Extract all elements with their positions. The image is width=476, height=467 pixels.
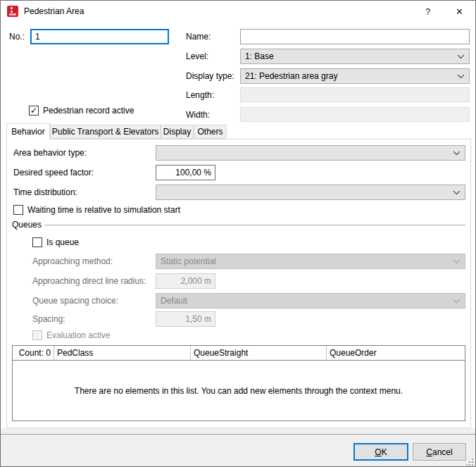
tab-public-transport-elevators[interactable]: Public Transport & Elevators <box>50 125 161 139</box>
pedestrian-record-active-label: Pedestrian record active <box>43 106 134 116</box>
queues-table: Count: 0 PedClass QueueStraight QueueOrd… <box>12 345 465 421</box>
width-input <box>240 107 470 122</box>
level-select[interactable]: 1: Base <box>240 49 470 64</box>
display-type-label: Display type: <box>186 68 234 84</box>
chevron-down-icon <box>457 54 465 59</box>
level-label: Level: <box>186 49 208 64</box>
button-bar: OK Cancel <box>1 428 475 467</box>
count-header-cell[interactable]: Count: 0 <box>13 346 54 360</box>
waiting-time-relative-label: Waiting time is relative to simulation s… <box>27 205 180 215</box>
name-label: Name: <box>186 29 211 44</box>
column-header-queuestraight[interactable]: QueueStraight <box>191 346 327 360</box>
window-title: Pedestrian Area <box>24 6 84 16</box>
help-button[interactable]: ? <box>412 1 444 22</box>
no-label: No.: <box>9 29 25 44</box>
cancel-button[interactable]: Cancel <box>413 443 466 461</box>
empty-list-message: There are no elements in this list. You … <box>75 386 403 396</box>
waiting-time-relative-checkbox[interactable]: Waiting time is relative to simulation s… <box>13 204 180 216</box>
tab-behavior[interactable]: Behavior <box>6 123 50 139</box>
time-distribution-select[interactable] <box>156 185 465 200</box>
pedestrian-area-dialog: Pedestrian Area ? ✕ No.: 1 Name: Level: … <box>0 0 476 467</box>
level-value: 1: Base <box>245 51 274 61</box>
close-button[interactable]: ✕ <box>444 1 475 22</box>
column-header-queueorder[interactable]: QueueOrder <box>327 346 465 360</box>
chevron-down-icon <box>453 190 461 195</box>
resize-grip[interactable] <box>466 459 473 466</box>
display-type-select[interactable]: 21: Pedestrian area gray <box>240 68 470 84</box>
is-queue-checkbox[interactable]: Is queue <box>32 237 79 248</box>
title-bar: Pedestrian Area ? ✕ <box>1 1 475 22</box>
chevron-down-icon <box>453 151 461 156</box>
checkbox-unchecked-icon <box>32 237 42 247</box>
area-behavior-type-select[interactable] <box>156 145 465 161</box>
chevron-down-icon <box>457 74 465 79</box>
display-type-value: 21: Pedestrian area gray <box>245 71 337 81</box>
no-input[interactable]: 1 <box>30 29 169 44</box>
queues-table-header: Count: 0 PedClass QueueStraight QueueOrd… <box>13 346 465 361</box>
length-label: Length: <box>186 87 214 103</box>
queues-table-body[interactable]: There are no elements in this list. You … <box>13 361 465 421</box>
footer-divider <box>1 434 475 435</box>
length-input <box>240 87 470 102</box>
checkbox-checked-icon: ✓ <box>29 106 39 116</box>
app-icon <box>7 6 18 17</box>
name-input[interactable] <box>240 29 470 44</box>
is-queue-label: Is queue <box>46 237 79 247</box>
pedestrian-record-active-checkbox[interactable]: ✓ Pedestrian record active <box>29 105 134 116</box>
width-label: Width: <box>186 107 210 123</box>
tab-display[interactable]: Display <box>161 125 194 139</box>
desired-speed-factor-input[interactable]: 100,00 % <box>156 165 215 180</box>
checkbox-unchecked-icon <box>13 205 23 215</box>
column-header-pedclass[interactable]: PedClass <box>54 346 191 360</box>
tab-others[interactable]: Others <box>194 125 227 139</box>
ok-button[interactable]: OK <box>353 443 408 461</box>
